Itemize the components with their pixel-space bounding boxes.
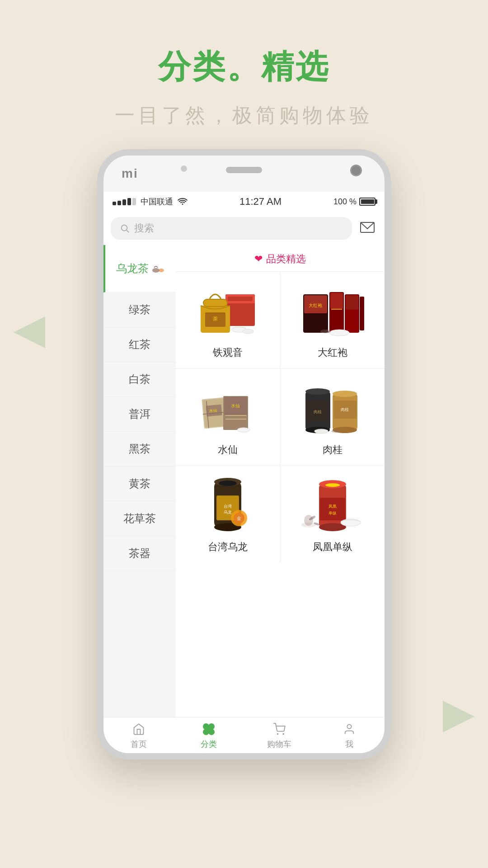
tab-me[interactable]: 我 <box>314 722 385 750</box>
category-item-hei[interactable]: 黑茶 <box>103 432 176 467</box>
featured-header: ❤ 品类精选 <box>176 245 385 272</box>
status-time: 11:27 AM <box>239 196 282 208</box>
product-name-dhp: 大红袍 <box>318 346 347 359</box>
user-icon <box>342 722 357 737</box>
wifi-icon <box>178 197 188 207</box>
mi-logo: mi <box>122 166 138 181</box>
svg-point-6 <box>159 269 164 272</box>
svg-text:水仙: 水仙 <box>231 403 240 408</box>
svg-point-83 <box>282 733 284 735</box>
svg-rect-11 <box>204 300 227 306</box>
tab-bar: 首页 分类 <box>103 717 385 753</box>
svg-rect-38 <box>225 415 246 416</box>
svg-point-74 <box>304 515 313 526</box>
product-cell-tgy[interactable]: 茶 铁观音 <box>176 272 280 368</box>
category-item-hong[interactable]: 红茶 <box>103 327 176 362</box>
product-name-sx: 水仙 <box>218 443 238 457</box>
category-item-pu[interactable]: 普洱 <box>103 397 176 432</box>
svg-point-2 <box>122 225 127 231</box>
tea-product-image-dhp: 大红袍 <box>299 281 366 340</box>
product-cell-rg[interactable]: 肉桂 肉桂 <box>281 369 385 466</box>
svg-point-15 <box>243 329 253 334</box>
svg-point-56 <box>219 481 237 486</box>
svg-text:台湾: 台湾 <box>224 504 232 509</box>
product-cell-sx[interactable]: 水仙 水仙 <box>176 369 280 466</box>
phone-speaker <box>226 167 262 173</box>
tea-decor-icon <box>151 264 165 273</box>
tab-cart-label: 购物车 <box>267 739 291 750</box>
message-envelope-icon <box>360 222 375 235</box>
svg-line-3 <box>127 230 129 232</box>
category-item-huang[interactable]: 黄茶 <box>103 467 176 501</box>
message-icon[interactable] <box>357 218 377 238</box>
tab-category-label: 分类 <box>201 739 217 750</box>
signal-dot-3 <box>122 199 126 205</box>
category-item-wulong[interactable]: 乌龙茶 <box>103 245 176 292</box>
svg-rect-20 <box>330 293 343 309</box>
bg-arrow-right-deco <box>443 701 474 732</box>
svg-rect-21 <box>331 309 342 310</box>
phone-sensor <box>181 165 187 172</box>
signal-dot-5 <box>132 198 136 205</box>
svg-point-26 <box>320 330 331 333</box>
battery-percentage: 100 % <box>333 197 357 207</box>
tab-cart[interactable]: 购物车 <box>244 722 314 750</box>
product-name-tgy: 铁观音 <box>213 346 243 359</box>
cart-icon <box>272 722 287 737</box>
product-grid: 茶 铁观音 <box>176 272 385 563</box>
sub-title: 一目了然，极简购物体验 <box>0 102 488 129</box>
heart-icon: ❤ <box>254 253 263 265</box>
signal-dot-4 <box>127 198 131 205</box>
svg-point-81 <box>207 727 211 731</box>
top-section: 分类。精选 一目了然，极简购物体验 <box>0 0 488 147</box>
tea-product-image-twwl: 台湾 乌龙 金 <box>194 475 262 534</box>
category-item-lv[interactable]: 绿茶 <box>103 292 176 327</box>
phone-mockup: mi 中国联通 <box>97 149 391 760</box>
category-item-bai[interactable]: 白茶 <box>103 362 176 397</box>
svg-text:乌龙: 乌龙 <box>224 510 232 514</box>
search-input-wrapper[interactable]: 搜索 <box>111 217 352 240</box>
main-content: 乌龙茶 绿茶 红茶 <box>103 245 385 719</box>
svg-point-47 <box>333 391 357 397</box>
svg-marker-0 <box>14 316 45 348</box>
tea-product-image-tgy: 茶 <box>194 281 262 340</box>
screen-content: 搜索 乌龙茶 <box>103 212 385 753</box>
product-image-dhp: 大红袍 <box>299 281 366 340</box>
svg-point-82 <box>277 733 279 735</box>
svg-point-28 <box>327 331 329 333</box>
category-item-huacao[interactable]: 花草茶 <box>103 501 176 536</box>
tab-category[interactable]: 分类 <box>174 722 244 750</box>
product-cell-dhp[interactable]: 大红袍 <box>281 272 385 368</box>
battery-fill <box>361 199 374 204</box>
svg-point-40 <box>237 428 250 432</box>
tea-product-image-rg: 肉桂 肉桂 <box>299 378 366 437</box>
signal-indicator <box>113 198 136 205</box>
svg-point-52 <box>331 430 340 433</box>
svg-point-68 <box>325 483 340 487</box>
home-icon <box>131 722 146 737</box>
svg-point-5 <box>152 268 160 273</box>
tab-home[interactable]: 首页 <box>103 722 174 750</box>
product-image-sx: 水仙 水仙 <box>194 378 262 437</box>
product-image-rg: 肉桂 肉桂 <box>299 378 366 437</box>
svg-text:肉桂: 肉桂 <box>314 410 322 414</box>
svg-point-84 <box>347 724 352 728</box>
search-icon <box>120 223 130 233</box>
status-bar: 中国联通 11:27 AM 100 % <box>103 192 385 212</box>
svg-text:大红袍: 大红袍 <box>309 303 322 308</box>
svg-marker-1 <box>443 701 474 732</box>
tea-product-image-fhdz: 凤凰 单纵 <box>299 475 366 534</box>
svg-text:单纵: 单纵 <box>328 511 337 515</box>
product-cell-twwl[interactable]: 台湾 乌龙 金 台湾乌龙 <box>176 466 280 563</box>
svg-rect-24 <box>360 297 364 330</box>
product-name-fhdz: 凤凰单纵 <box>313 540 352 554</box>
tab-home-label: 首页 <box>131 739 147 750</box>
svg-point-25 <box>329 330 349 336</box>
signal-dot-1 <box>113 202 116 205</box>
product-cell-fhdz[interactable]: 凤凰 单纵 <box>281 466 385 563</box>
product-image-fhdz: 凤凰 单纵 <box>299 475 366 534</box>
category-item-chaqi[interactable]: 茶器 <box>103 536 176 571</box>
category-sidebar: 乌龙茶 绿茶 红茶 <box>103 245 176 719</box>
status-left: 中国联通 <box>113 196 188 207</box>
battery-icon <box>359 198 375 206</box>
